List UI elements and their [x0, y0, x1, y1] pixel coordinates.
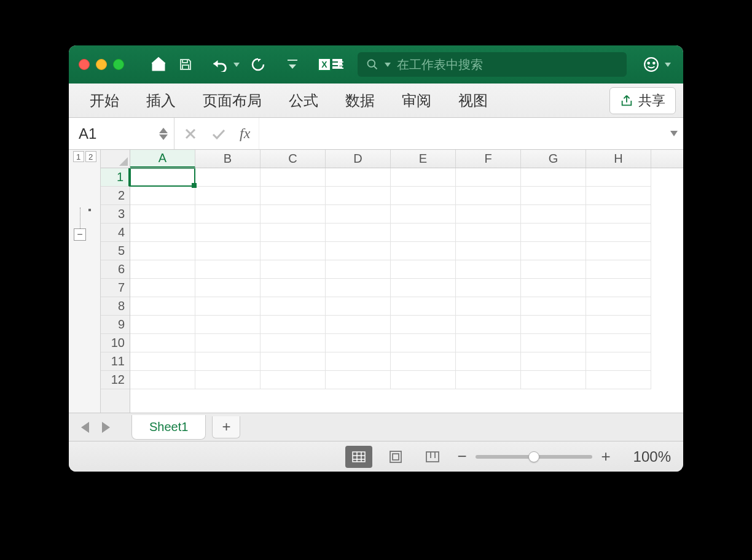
- formula-expand-button[interactable]: [665, 118, 683, 149]
- cell[interactable]: [391, 260, 456, 279]
- cell[interactable]: [326, 316, 391, 334]
- cell[interactable]: [586, 334, 651, 352]
- cell[interactable]: [391, 205, 456, 224]
- cell[interactable]: [260, 260, 326, 279]
- column-header[interactable]: A: [130, 150, 195, 168]
- cell[interactable]: [260, 242, 326, 260]
- add-sheet-button[interactable]: +: [212, 416, 240, 438]
- customize-toolbar-icon[interactable]: [281, 53, 304, 76]
- cell[interactable]: [326, 279, 391, 297]
- cell[interactable]: [195, 260, 260, 279]
- cell[interactable]: [260, 371, 326, 389]
- cell[interactable]: [195, 279, 260, 297]
- column-header[interactable]: C: [260, 150, 326, 168]
- cell[interactable]: [326, 297, 391, 316]
- cell[interactable]: [260, 187, 326, 205]
- zoom-thumb[interactable]: [528, 451, 539, 462]
- row-header[interactable]: 9: [101, 316, 130, 334]
- cell[interactable]: [521, 297, 586, 316]
- cell[interactable]: [326, 168, 391, 187]
- sheet-tab-active[interactable]: Sheet1: [131, 415, 206, 440]
- outline-collapse-button[interactable]: −: [74, 228, 86, 241]
- cell[interactable]: [456, 242, 521, 260]
- cell[interactable]: [130, 352, 195, 371]
- cell[interactable]: [456, 371, 521, 389]
- redo-icon[interactable]: [247, 53, 269, 76]
- search-box[interactable]: [358, 52, 627, 77]
- cell[interactable]: [130, 242, 195, 260]
- feedback-smiley-icon[interactable]: [640, 53, 662, 76]
- cell[interactable]: [260, 279, 326, 297]
- column-header[interactable]: F: [456, 150, 521, 168]
- fx-label[interactable]: fx: [235, 125, 255, 142]
- cell[interactable]: [260, 224, 326, 242]
- cell[interactable]: [130, 316, 195, 334]
- cell[interactable]: [260, 297, 326, 316]
- row-header[interactable]: 12: [101, 371, 130, 389]
- cell[interactable]: [130, 205, 195, 224]
- zoom-out-button[interactable]: −: [456, 447, 468, 466]
- zoom-slider[interactable]: [476, 455, 592, 459]
- cell[interactable]: [586, 279, 651, 297]
- cell[interactable]: [326, 260, 391, 279]
- cell[interactable]: [195, 334, 260, 352]
- cell[interactable]: [195, 316, 260, 334]
- cell[interactable]: [260, 168, 326, 187]
- cell[interactable]: [130, 224, 195, 242]
- cell[interactable]: [586, 352, 651, 371]
- cell[interactable]: [391, 352, 456, 371]
- cell[interactable]: [586, 316, 651, 334]
- cell[interactable]: [586, 224, 651, 242]
- cell[interactable]: [130, 279, 195, 297]
- cell[interactable]: [326, 224, 391, 242]
- column-header[interactable]: H: [586, 150, 651, 168]
- cell[interactable]: [521, 168, 586, 187]
- column-header[interactable]: D: [326, 150, 391, 168]
- cell[interactable]: [456, 187, 521, 205]
- cell[interactable]: [195, 352, 260, 371]
- view-page-break-icon[interactable]: [419, 446, 446, 468]
- cell[interactable]: [521, 260, 586, 279]
- cell[interactable]: [586, 297, 651, 316]
- cell[interactable]: [195, 168, 260, 187]
- row-header[interactable]: 4: [101, 224, 130, 242]
- cell[interactable]: [195, 187, 260, 205]
- tab-data[interactable]: 数据: [332, 84, 388, 117]
- undo-icon[interactable]: [209, 53, 231, 76]
- search-dropdown-caret[interactable]: [385, 61, 391, 68]
- cell[interactable]: [586, 371, 651, 389]
- name-box[interactable]: A1: [69, 118, 174, 149]
- cell[interactable]: [586, 187, 651, 205]
- share-button[interactable]: 共享: [609, 87, 676, 114]
- sheet-nav-prev[interactable]: [77, 420, 92, 435]
- row-header[interactable]: 2: [101, 187, 130, 205]
- row-header[interactable]: 1: [101, 168, 130, 187]
- cell[interactable]: [391, 279, 456, 297]
- column-header[interactable]: G: [521, 150, 586, 168]
- zoom-in-button[interactable]: +: [600, 447, 612, 466]
- row-header[interactable]: 5: [101, 242, 130, 260]
- row-header[interactable]: 10: [101, 334, 130, 352]
- cell[interactable]: [521, 352, 586, 371]
- cell[interactable]: [456, 279, 521, 297]
- tab-insert[interactable]: 插入: [133, 84, 189, 117]
- save-icon[interactable]: [174, 53, 197, 76]
- cell[interactable]: [391, 242, 456, 260]
- cell[interactable]: [130, 168, 195, 187]
- cell[interactable]: [195, 224, 260, 242]
- minimize-window-button[interactable]: [96, 59, 107, 70]
- cell[interactable]: [130, 187, 195, 205]
- row-header[interactable]: 11: [101, 352, 130, 371]
- cell[interactable]: [456, 352, 521, 371]
- tab-home[interactable]: 开始: [76, 84, 133, 117]
- name-box-stepper[interactable]: [159, 128, 168, 140]
- cancel-formula-icon[interactable]: [178, 122, 203, 146]
- cell[interactable]: [260, 334, 326, 352]
- cell[interactable]: [391, 334, 456, 352]
- cell[interactable]: [326, 205, 391, 224]
- cell[interactable]: [130, 334, 195, 352]
- row-header[interactable]: 6: [101, 260, 130, 279]
- home-icon[interactable]: [147, 53, 170, 76]
- cell[interactable]: [391, 371, 456, 389]
- column-header[interactable]: B: [195, 150, 260, 168]
